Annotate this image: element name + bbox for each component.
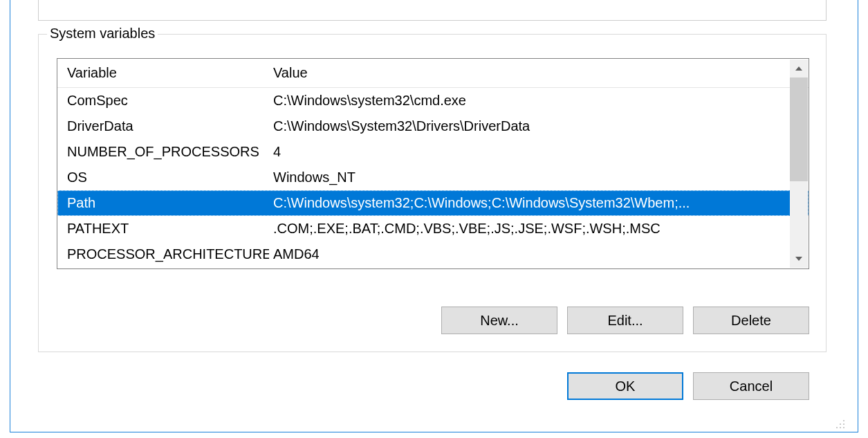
svg-point-1	[843, 423, 844, 425]
column-header-value[interactable]: Value	[269, 65, 809, 81]
groupbox-title: System variables	[47, 26, 158, 42]
svg-point-4	[840, 427, 841, 428]
ok-button[interactable]: OK	[567, 372, 683, 400]
cell-variable: ComSpec	[57, 93, 269, 109]
system-variables-listview[interactable]: Variable Value ComSpecC:\Windows\system3…	[57, 58, 809, 269]
scroll-thumb[interactable]	[790, 77, 808, 181]
system-variables-button-row: New... Edit... Delete	[441, 307, 809, 334]
edit-button[interactable]: Edit...	[567, 307, 683, 334]
svg-point-2	[840, 423, 841, 425]
table-row[interactable]: PROCESSOR_ARCHITECTUREAMD64	[57, 241, 809, 267]
svg-point-3	[843, 427, 844, 428]
svg-point-5	[836, 427, 838, 428]
cell-variable: PATHEXT	[57, 221, 269, 237]
vertical-scrollbar[interactable]	[790, 60, 808, 268]
scroll-down-arrow-icon[interactable]	[790, 250, 808, 268]
svg-point-0	[843, 420, 844, 421]
table-row[interactable]: PATHEXT.COM;.EXE;.BAT;.CMD;.VBS;.VBE;.JS…	[57, 216, 809, 241]
cell-value: C:\Windows\System32\Drivers\DriverData	[269, 118, 809, 134]
new-button[interactable]: New...	[441, 307, 557, 334]
cell-variable: DriverData	[57, 118, 269, 134]
cell-value: 4	[269, 144, 809, 160]
system-variables-groupbox: System variables Variable Value ComSpecC…	[38, 34, 827, 352]
cell-value: C:\Windows\system32\cmd.exe	[269, 93, 809, 109]
delete-button[interactable]: Delete	[693, 307, 809, 334]
cell-value: AMD64	[269, 246, 809, 262]
resize-grip-icon[interactable]	[835, 419, 846, 430]
listview-header: Variable Value	[57, 59, 809, 88]
cell-variable: OS	[57, 170, 269, 185]
upper-groupbox-partial	[38, 0, 827, 21]
cell-variable: PROCESSOR_ARCHITECTURE	[57, 246, 269, 262]
table-row[interactable]: DriverDataC:\Windows\System32\Drivers\Dr…	[57, 113, 809, 139]
table-row[interactable]: ComSpecC:\Windows\system32\cmd.exe	[57, 88, 809, 113]
dialog-frame: System variables Variable Value ComSpecC…	[10, 0, 858, 432]
cell-value: Windows_NT	[269, 170, 809, 185]
dialog-button-row: OK Cancel	[567, 372, 809, 400]
cell-variable: Path	[57, 195, 269, 211]
cell-variable: NUMBER_OF_PROCESSORS	[57, 144, 269, 160]
cancel-button[interactable]: Cancel	[693, 372, 809, 400]
column-header-variable[interactable]: Variable	[57, 65, 269, 81]
table-row[interactable]: OSWindows_NT	[57, 165, 809, 190]
table-row[interactable]: PathC:\Windows\system32;C:\Windows;C:\Wi…	[57, 190, 809, 216]
cell-value: C:\Windows\system32;C:\Windows;C:\Window…	[269, 195, 809, 211]
scroll-up-arrow-icon[interactable]	[790, 60, 808, 77]
cell-value: .COM;.EXE;.BAT;.CMD;.VBS;.VBE;.JS;.JSE;.…	[269, 221, 809, 237]
table-row[interactable]: NUMBER_OF_PROCESSORS4	[57, 139, 809, 165]
